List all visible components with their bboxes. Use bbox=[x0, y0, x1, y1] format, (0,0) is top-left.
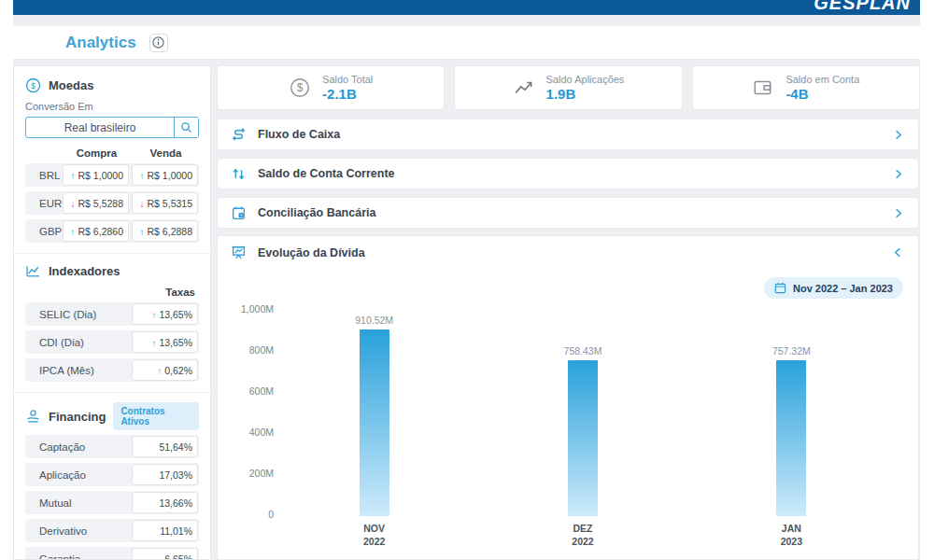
summary-cards-row: $ Saldo Total -2.1B Saldo Aplicações 1.9… bbox=[217, 65, 920, 110]
index-row: IPCA (Mês) 0,62% bbox=[25, 358, 199, 382]
sell-value: R$ 1,0000 bbox=[132, 164, 198, 186]
index-label: IPCA (Mês) bbox=[26, 365, 132, 376]
panel-conciliacao-bancaria[interactable]: Conciliação Bancária bbox=[217, 197, 919, 229]
panel-saldo-conta-corrente[interactable]: Saldo de Conta Corrente bbox=[217, 158, 919, 189]
chart-x-axis: NOV 2022DEZ 2022JAN 2023 bbox=[270, 522, 896, 548]
index-label: CDI (Dia) bbox=[26, 337, 132, 348]
y-tick-label: 800M bbox=[231, 343, 274, 357]
bar-column: 757.32M bbox=[687, 311, 896, 516]
financing-row: Aplicação 17,03% bbox=[25, 463, 199, 486]
financing-row: Derivativo 11,01% bbox=[25, 519, 199, 542]
bar bbox=[568, 360, 598, 516]
saldo-em-conta-card: Saldo em Conta -4B bbox=[692, 65, 920, 110]
contratos-ativos-badge[interactable]: Contratos Ativos bbox=[113, 402, 199, 430]
financing-title: Financing bbox=[49, 410, 106, 424]
sidebar: $ Moedas Conversão Em Compra Venda BRL R… bbox=[13, 65, 211, 560]
bar-value-label: 758.43M bbox=[564, 345, 602, 357]
panel-fluxo-de-caixa[interactable]: Fluxo de Caixa bbox=[217, 119, 919, 150]
wallet-icon bbox=[752, 77, 774, 99]
card-value: 1.9B bbox=[546, 86, 625, 102]
currency-code: GBP bbox=[26, 226, 63, 237]
card-label: Saldo Aplicações bbox=[546, 74, 625, 85]
y-tick-label: 200M bbox=[231, 467, 274, 480]
saldo-total-card: $ Saldo Total -2.1B bbox=[217, 65, 445, 110]
trend-arrow-icon bbox=[151, 337, 156, 348]
financing-value: 6,65% bbox=[132, 548, 198, 560]
search-button[interactable] bbox=[174, 118, 198, 137]
currency-search-input[interactable] bbox=[26, 118, 174, 137]
financing-label: Garantia bbox=[26, 553, 132, 560]
svg-text:$: $ bbox=[31, 81, 35, 91]
financing-value: 17,03% bbox=[132, 464, 198, 485]
chart-y-axis: 1,000M800M600M400M200M0 bbox=[231, 302, 274, 519]
debt-panel-title: Evolução da Dívida bbox=[258, 246, 891, 259]
sell-value: R$ 5,5315 bbox=[132, 192, 198, 214]
chevron-right-icon[interactable] bbox=[891, 206, 905, 220]
dollar-circle-icon: $ bbox=[289, 77, 311, 99]
search-icon bbox=[180, 121, 192, 133]
buy-value: R$ 5,5288 bbox=[63, 192, 129, 214]
currency-row: GBP R$ 6,2860 R$ 6,2888 bbox=[25, 219, 199, 243]
trend-arrow-icon bbox=[157, 365, 162, 376]
index-row: CDI (Dia) 13,65% bbox=[25, 330, 199, 354]
card-value: -4B bbox=[785, 86, 859, 102]
financing-value: 51,64% bbox=[132, 436, 198, 457]
index-label: SELIC (Dia) bbox=[26, 309, 132, 320]
section-divider bbox=[14, 253, 210, 254]
saldo-aplicacoes-card: Saldo Aplicações 1.9B bbox=[454, 65, 682, 110]
chevron-right-icon[interactable] bbox=[891, 128, 905, 142]
moedas-title: Moedas bbox=[49, 78, 93, 92]
trend-arrow-icon bbox=[140, 226, 145, 237]
panel-label: Fluxo de Caixa bbox=[258, 128, 891, 141]
info-icon bbox=[152, 36, 164, 49]
col-compra: Compra bbox=[64, 147, 130, 159]
page-title: Analytics bbox=[65, 34, 136, 52]
col-venda: Venda bbox=[133, 147, 199, 159]
page-header: Analytics bbox=[13, 26, 920, 60]
panel-evolucao-da-divida: Evolução da Dívida Nov 2022 – Jan 2023 1… bbox=[217, 235, 919, 560]
info-button[interactable] bbox=[149, 34, 168, 52]
bar-value-label: 757.32M bbox=[772, 345, 811, 357]
bar bbox=[360, 329, 389, 516]
chevron-right-icon[interactable] bbox=[891, 167, 905, 181]
date-range-picker[interactable]: Nov 2022 – Jan 2023 bbox=[764, 277, 903, 299]
trend-arrow-icon bbox=[151, 309, 156, 320]
indexadores-section-header: Indexadores bbox=[25, 263, 199, 279]
index-row: SELIC (Dia) 13,65% bbox=[25, 302, 199, 326]
trend-up-icon bbox=[513, 77, 535, 99]
svg-text:$: $ bbox=[297, 81, 304, 94]
financing-label: Derivativo bbox=[26, 525, 132, 537]
swap-arrows-icon bbox=[231, 166, 247, 182]
presentation-chart-icon bbox=[231, 245, 247, 260]
date-range-label: Nov 2022 – Jan 2023 bbox=[793, 283, 893, 294]
y-tick-label: 600M bbox=[231, 385, 274, 398]
trend-arrow-icon bbox=[140, 198, 145, 209]
financing-row: Captação 51,64% bbox=[25, 435, 199, 458]
financing-rows: Captação 51,64% Aplicação 17,03% Mutual … bbox=[25, 435, 199, 560]
y-tick-label: 400M bbox=[231, 426, 274, 439]
financing-label: Captação bbox=[26, 441, 132, 453]
top-navigation-bar: GESPLAN bbox=[13, 0, 920, 15]
chevron-left-icon[interactable] bbox=[891, 245, 905, 259]
currency-row: BRL R$ 1,0000 R$ 1,0000 bbox=[25, 163, 199, 187]
dollar-circle-icon: $ bbox=[25, 77, 41, 93]
x-tick-label: NOV 2022 bbox=[270, 522, 478, 548]
calendar-icon bbox=[774, 282, 786, 294]
reconciliation-icon bbox=[231, 205, 247, 221]
trend-arrow-icon bbox=[71, 170, 76, 181]
card-value: -2.1B bbox=[322, 86, 373, 102]
trend-arrow-icon bbox=[71, 226, 76, 237]
buy-value: R$ 6,2860 bbox=[63, 220, 129, 242]
debt-panel-header[interactable]: Evolução da Dívida bbox=[218, 236, 918, 269]
x-tick-label: JAN 2023 bbox=[687, 522, 896, 548]
currency-columns-header: Compra Venda bbox=[25, 147, 199, 159]
indexadores-title: Indexadores bbox=[49, 264, 120, 278]
buy-value: R$ 1,0000 bbox=[63, 164, 129, 186]
bar-column: 910.52M bbox=[270, 311, 478, 516]
index-value: 13,65% bbox=[132, 303, 198, 325]
card-label: Saldo em Conta bbox=[785, 74, 859, 85]
financing-value: 11,01% bbox=[132, 520, 198, 541]
panel-label: Saldo de Conta Corrente bbox=[258, 167, 891, 180]
panel-label: Conciliação Bancária bbox=[258, 206, 891, 219]
financing-value: 13,66% bbox=[132, 492, 198, 513]
